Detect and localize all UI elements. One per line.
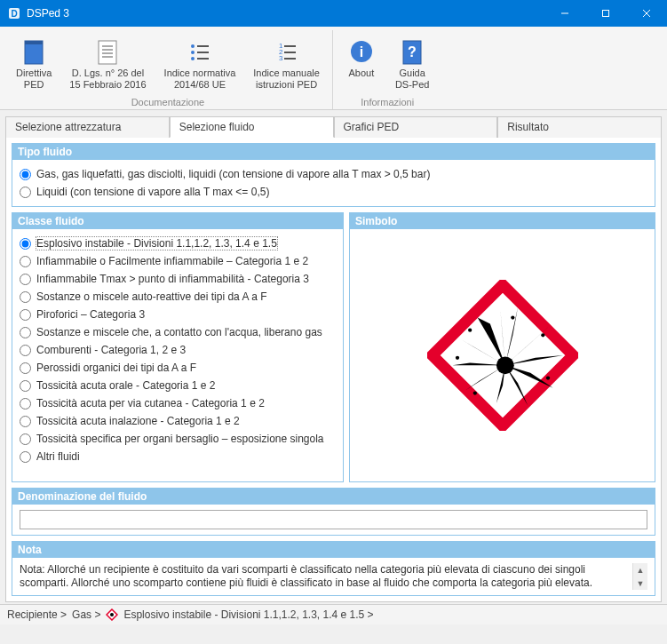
tipo-fluido-option-1[interactable]: Liquidi (con tensione di vapore alla T m…: [20, 183, 647, 201]
ribbon-label: Direttiva PED: [16, 68, 52, 90]
maximize-button[interactable]: [585, 0, 626, 27]
indice-normativa-icon: [186, 37, 214, 66]
classe-fluido-option-7[interactable]: Perossidi organici dei tipi da A a F: [20, 359, 336, 377]
classe-fluido-label-4: Piroforici – Categoria 3: [36, 308, 145, 321]
scroll-up-button[interactable]: ▲: [633, 563, 647, 576]
ribbon-indice-manuale[interactable]: 123Indice manuale istruzioni PED: [246, 34, 327, 93]
svg-point-15: [191, 51, 195, 54]
classe-fluido-option-8[interactable]: Tossicità acuta orale - Categoria 1 e 2: [20, 377, 336, 394]
classe-fluido-radio-10[interactable]: [20, 416, 31, 427]
tab-strip: Selezione attrezzaturaSelezione fluidoGr…: [5, 115, 662, 137]
ribbon-indice-normativa[interactable]: Indice normativa 2014/68 UE: [157, 34, 243, 93]
tipo-fluido-panel: Tipo fluido Gas, gas liquefatti, gas dis…: [12, 143, 655, 207]
status-part-0: Recipiente >: [7, 608, 67, 621]
svg-rect-7: [25, 41, 43, 44]
ribbon-group-1: iAbout?Guida DS-PedInformazioni: [333, 30, 442, 109]
ribbon-label: Guida DS-Ped: [395, 68, 430, 90]
svg-point-49: [110, 613, 114, 616]
classe-fluido-option-4[interactable]: Piroforici – Categoria 3: [20, 306, 336, 323]
status-bar: Recipiente > Gas > Esplosivo instabile -…: [0, 604, 667, 624]
svg-point-42: [468, 329, 472, 332]
ghs-mini-icon: [106, 608, 118, 621]
classe-fluido-option-11[interactable]: Tossicità specifica per organi bersaglio…: [20, 430, 336, 448]
classe-fluido-option-10[interactable]: Tossicità acuta inalazione - Categoria 1…: [20, 412, 336, 430]
status-part-1: Gas >: [72, 608, 100, 621]
tipo-fluido-radio-0[interactable]: [20, 169, 31, 180]
classe-fluido-radio-12[interactable]: [20, 451, 31, 463]
ribbon-dlgs-26[interactable]: D. Lgs. n° 26 del 15 Febbraio 2016: [62, 34, 153, 93]
ribbon-label: D. Lgs. n° 26 del 15 Febbraio 2016: [69, 68, 146, 90]
close-button[interactable]: [626, 0, 667, 27]
svg-point-43: [455, 356, 458, 360]
tab-fluido[interactable]: Selezione fluido: [170, 116, 334, 138]
classe-fluido-radio-5[interactable]: [20, 327, 31, 338]
ribbon-label: About: [349, 68, 375, 79]
tab-grafici[interactable]: Grafici PED: [334, 116, 498, 138]
classe-fluido-option-12[interactable]: Altri fluidi: [20, 448, 336, 465]
classe-fluido-label-5: Sostanze e miscele che, a contatto con l…: [36, 326, 322, 338]
tab-attrezzatura[interactable]: Selezione attrezzatura: [5, 116, 170, 138]
classe-fluido-option-9[interactable]: Tossicità acuta per via cutanea - Catego…: [20, 394, 336, 412]
classe-fluido-label-12: Altri fluidi: [36, 450, 80, 463]
classe-fluido-radio-0[interactable]: [20, 238, 31, 250]
classe-fluido-radio-2[interactable]: [20, 274, 31, 285]
classe-fluido-radio-9[interactable]: [20, 398, 31, 409]
denominazione-header: Denominazione del fluido: [12, 489, 655, 505]
window-controls: [544, 0, 667, 27]
classe-fluido-panel: Classe fluido Esplosivo instabile - Divi…: [12, 212, 344, 482]
classe-fluido-label-6: Comburenti - Categoria 1, 2 e 3: [36, 344, 186, 356]
classe-fluido-option-0[interactable]: Esplosivo instabile - Divisioni 1.1,1.2,…: [20, 235, 336, 252]
classe-fluido-option-2[interactable]: Infiammabile Tmax > punto di infiammabil…: [20, 270, 336, 288]
classe-fluido-body: Esplosivo instabile - Divisioni 1.1,1.2,…: [12, 229, 343, 471]
nota-body: Nota: Allorché un recipiente è costituit…: [12, 558, 655, 595]
classe-fluido-option-6[interactable]: Comburenti - Categoria 1, 2 e 3: [20, 341, 336, 359]
nota-scrollbar[interactable]: ▲ ▼: [632, 563, 647, 590]
denominazione-input[interactable]: [20, 510, 647, 529]
svg-rect-3: [603, 11, 609, 17]
ribbon-direttiva-ped[interactable]: Direttiva PED: [9, 34, 59, 93]
svg-point-17: [191, 57, 195, 60]
tipo-fluido-label-1: Liquidi (con tensione di vapore alla T m…: [36, 186, 269, 198]
classe-fluido-option-3[interactable]: Sostanze o miscele auto-reattive dei tip…: [20, 288, 336, 306]
tipo-fluido-option-0[interactable]: Gas, gas liquefatti, gas disciolti, liqu…: [20, 165, 647, 183]
ribbon-about[interactable]: iAbout: [338, 34, 385, 93]
ribbon-guida[interactable]: ?Guida DS-Ped: [388, 34, 437, 93]
classe-fluido-option-1[interactable]: Infiammabile o Facilmente infiammabile –…: [20, 252, 336, 270]
classe-fluido-label-2: Infiammabile Tmax > punto di infiammabil…: [36, 273, 309, 285]
minimize-button[interactable]: [544, 0, 585, 27]
svg-text:i: i: [360, 44, 363, 60]
simbolo-body: [350, 229, 655, 481]
svg-rect-8: [99, 41, 116, 64]
classe-fluido-label-10: Tossicità acuta inalazione - Categoria 1…: [36, 415, 240, 427]
classe-fluido-radio-8[interactable]: [20, 380, 31, 392]
scroll-down-button[interactable]: ▼: [633, 576, 647, 590]
about-icon: i: [347, 37, 376, 66]
tipo-fluido-radio-1[interactable]: [20, 187, 31, 198]
guida-icon: ?: [398, 37, 426, 66]
classe-fluido-radio-6[interactable]: [20, 345, 31, 356]
ribbon-group-label: Documentazione: [9, 97, 327, 107]
classe-simbolo-row: Classe fluido Esplosivo instabile - Divi…: [12, 212, 655, 488]
classe-fluido-header: Classe fluido: [12, 213, 343, 229]
classe-fluido-label-11: Tossicità specifica per organi bersaglio…: [36, 433, 324, 445]
classe-fluido-radio-11[interactable]: [20, 433, 31, 445]
classe-fluido-radio-4[interactable]: [20, 309, 31, 321]
ghs-explosive-icon: [427, 280, 578, 431]
nota-header: Nota: [12, 542, 655, 558]
nota-panel: Nota Nota: Allorché un recipiente è cost…: [12, 541, 655, 596]
classe-fluido-radio-7[interactable]: [20, 362, 31, 374]
window-title: DSPed 3: [27, 7, 544, 20]
indice-manuale-icon: 123: [273, 37, 301, 66]
classe-fluido-label-8: Tossicità acuta orale - Categoria 1 e 2: [36, 379, 215, 392]
classe-fluido-option-5[interactable]: Sostanze e miscele che, a contatto con l…: [20, 323, 336, 341]
denominazione-panel: Denominazione del fluido: [12, 488, 655, 536]
tab-risultato[interactable]: Risultato: [497, 116, 662, 138]
title-bar: D DSPed 3: [0, 0, 667, 27]
svg-point-46: [545, 377, 549, 380]
svg-point-13: [191, 44, 195, 48]
tipo-fluido-body: Gas, gas liquefatti, gas disciolti, liqu…: [12, 160, 655, 206]
denominazione-body: [12, 505, 655, 535]
classe-fluido-radio-1[interactable]: [20, 256, 31, 267]
classe-fluido-radio-3[interactable]: [20, 291, 31, 303]
classe-fluido-label-7: Perossidi organici dei tipi da A a F: [36, 362, 196, 374]
